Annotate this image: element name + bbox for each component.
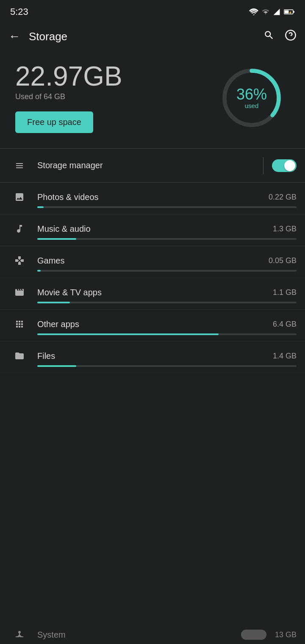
category-row-movie[interactable]: Movie & TV apps 1.1 GB xyxy=(0,278,305,310)
category-size: 1.4 GB xyxy=(273,352,297,361)
storage-info: 22.97GB Used of 64 GB Free up space xyxy=(15,63,218,133)
status-time: 5:23 xyxy=(10,6,28,17)
system-pill xyxy=(241,630,266,640)
category-name: Other apps xyxy=(37,319,273,329)
free-up-space-button[interactable]: Free up space xyxy=(15,111,93,133)
help-icon[interactable] xyxy=(285,29,297,44)
category-row-top: Files 1.4 GB xyxy=(8,351,297,361)
back-button[interactable]: ← xyxy=(8,30,20,43)
page-title: Storage xyxy=(29,30,263,43)
category-name: Music & audio xyxy=(37,224,273,234)
category-row-folder[interactable]: Files 1.4 GB xyxy=(0,341,305,373)
category-icon-apps xyxy=(8,319,30,329)
progress-bar-bg xyxy=(37,365,297,367)
app-bar-actions xyxy=(263,29,297,44)
system-label: System xyxy=(37,630,241,640)
donut-center: 36% used xyxy=(236,87,267,109)
category-name: Movie & TV apps xyxy=(37,288,273,297)
storage-number: 22.97 xyxy=(15,61,83,92)
category-size: 0.05 GB xyxy=(269,256,297,265)
category-icon-music xyxy=(8,224,30,234)
category-icon-photo xyxy=(8,192,30,202)
storage-manager-row[interactable]: Storage manager xyxy=(0,149,305,183)
category-name: Games xyxy=(37,256,269,266)
category-name: Photos & videos xyxy=(37,192,269,202)
progress-bar-fill xyxy=(37,206,44,208)
category-row-top: Movie & TV apps 1.1 GB xyxy=(8,287,297,297)
storage-donut-chart: 36% used xyxy=(218,64,286,132)
status-bar: 5:23 ⚡ xyxy=(0,0,305,22)
signal-strength-icon xyxy=(273,8,280,16)
category-row-top: Other apps 6.4 GB xyxy=(8,319,297,329)
category-icon-movie xyxy=(8,287,30,297)
progress-bar-bg xyxy=(37,302,297,303)
category-size: 1.3 GB xyxy=(273,225,297,233)
battery-icon: ⚡ xyxy=(284,8,295,16)
storage-used-amount: 22.97GB xyxy=(15,63,218,90)
svg-rect-2 xyxy=(293,11,294,13)
row-vertical-divider xyxy=(263,157,263,174)
storage-manager-icon xyxy=(8,161,30,171)
system-icon xyxy=(8,630,30,640)
svg-text:⚡: ⚡ xyxy=(288,11,292,14)
category-icon-folder xyxy=(8,351,30,361)
storage-summary: 22.97GB Used of 64 GB Free up space 36% … xyxy=(0,51,305,148)
progress-bar-bg xyxy=(37,206,297,208)
category-row-top: Photos & videos 0.22 GB xyxy=(8,192,297,202)
storage-unit: GB xyxy=(83,61,122,92)
progress-bar-fill xyxy=(37,302,70,303)
category-size: 6.4 GB xyxy=(273,320,297,329)
category-size: 1.1 GB xyxy=(273,288,297,297)
storage-used-label: Used of 64 GB xyxy=(15,92,218,101)
progress-bar-fill xyxy=(37,270,41,272)
app-bar: ← Storage xyxy=(0,22,305,51)
category-row-top: Music & audio 1.3 GB xyxy=(8,224,297,234)
category-icon-games xyxy=(8,255,30,266)
system-size: 13 GB xyxy=(275,630,297,639)
donut-percent: 36% xyxy=(236,87,267,102)
progress-bar-fill xyxy=(37,333,219,335)
category-row-games[interactable]: Games 0.05 GB xyxy=(0,246,305,278)
progress-bar-bg xyxy=(37,238,297,240)
storage-manager-toggle[interactable] xyxy=(272,159,297,172)
category-row-music[interactable]: Music & audio 1.3 GB xyxy=(0,214,305,246)
category-row-top: Games 0.05 GB xyxy=(8,255,297,266)
wifi-icon xyxy=(249,8,258,16)
system-row[interactable]: System 13 GB xyxy=(0,621,305,644)
progress-bar-fill xyxy=(37,365,76,367)
categories-list: Photos & videos 0.22 GB Music & audio 1.… xyxy=(0,183,305,373)
category-name: Files xyxy=(37,351,273,361)
search-icon[interactable] xyxy=(263,30,274,44)
progress-bar-fill xyxy=(37,238,76,240)
category-size: 0.22 GB xyxy=(269,193,297,202)
svg-rect-1 xyxy=(285,11,289,14)
signal-icon xyxy=(262,8,269,16)
status-icons: ⚡ xyxy=(249,8,295,16)
category-row-apps[interactable]: Other apps 6.4 GB xyxy=(0,310,305,341)
donut-used-label: used xyxy=(236,102,267,109)
progress-bar-bg xyxy=(37,333,297,335)
progress-bar-bg xyxy=(37,270,297,272)
category-row-photo[interactable]: Photos & videos 0.22 GB xyxy=(0,183,305,214)
storage-manager-label: Storage manager xyxy=(37,161,255,170)
toggle-thumb xyxy=(284,160,295,171)
